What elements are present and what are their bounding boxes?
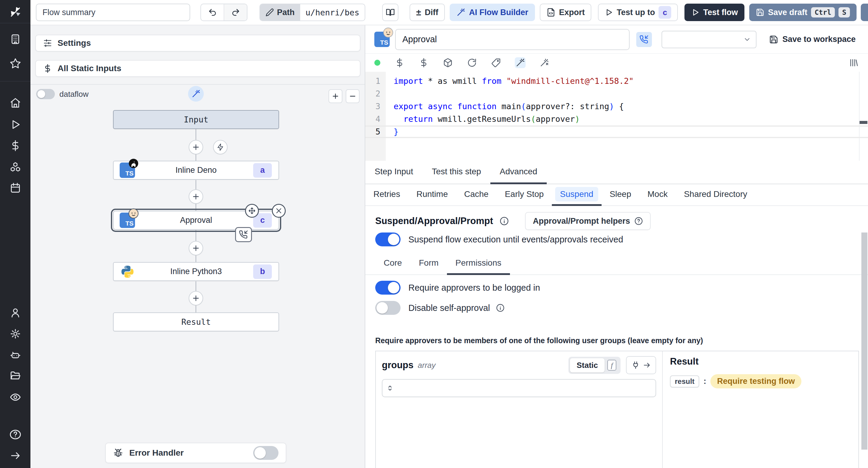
tab-step-input[interactable]: Step Input bbox=[365, 161, 423, 184]
code-line[interactable]: 5} bbox=[365, 125, 868, 138]
insert-step-button[interactable] bbox=[189, 241, 203, 255]
tab-cache[interactable]: Cache bbox=[456, 184, 497, 206]
code-line[interactable]: 4 return wmill.getResumeUrls(approver) bbox=[365, 113, 868, 125]
step-node-inline-deno[interactable]: TS Inline Deno a bbox=[113, 161, 279, 180]
flow-result-node[interactable]: Result bbox=[113, 313, 279, 331]
approval-prompt-helpers-button[interactable]: Approval/Prompt helpers bbox=[525, 212, 651, 230]
save-draft-button[interactable]: Save draft Ctrl S bbox=[749, 4, 857, 21]
expression-mode-button[interactable]: f bbox=[604, 360, 619, 371]
flow-summary-input[interactable] bbox=[36, 4, 190, 21]
docs-button[interactable] bbox=[382, 4, 398, 21]
collapse-arrow-icon[interactable] bbox=[8, 449, 22, 463]
tab-mock[interactable]: Mock bbox=[639, 184, 676, 206]
path-value[interactable]: u/henri/bes bbox=[300, 4, 365, 21]
save-to-workspace-button[interactable]: Save to workspace bbox=[769, 35, 856, 44]
subtab-permissions[interactable]: Permissions bbox=[447, 253, 510, 275]
flow-settings-row[interactable]: Settings bbox=[35, 35, 361, 52]
workers-icon[interactable] bbox=[8, 348, 22, 362]
variables-icon[interactable] bbox=[394, 57, 405, 68]
flow-input-node[interactable]: Input bbox=[113, 110, 279, 129]
tab-advanced[interactable]: Advanced bbox=[490, 161, 547, 184]
resources-icon[interactable] bbox=[8, 160, 22, 174]
runs-icon[interactable] bbox=[8, 118, 22, 131]
dataflow-toggle[interactable] bbox=[36, 89, 55, 99]
code-lines[interactable]: 1import * as wmill from "windmill-client… bbox=[365, 75, 868, 138]
info-icon[interactable] bbox=[496, 304, 504, 312]
insert-step-button[interactable] bbox=[189, 291, 203, 305]
suspend-flow-toggle[interactable] bbox=[375, 233, 401, 246]
schedules-icon[interactable] bbox=[8, 181, 22, 195]
insert-trigger-button[interactable] bbox=[213, 140, 227, 154]
groups-array-input[interactable] bbox=[382, 379, 656, 397]
tag-icon[interactable] bbox=[491, 57, 501, 68]
undo-button[interactable] bbox=[201, 4, 224, 21]
error-handler-toggle[interactable] bbox=[253, 446, 278, 460]
all-static-inputs-row[interactable]: All Static Inputs bbox=[35, 60, 361, 77]
ai-assist-button[interactable] bbox=[188, 86, 204, 101]
favorites-star-icon[interactable] bbox=[8, 56, 22, 70]
step-node-inline-python[interactable]: Inline Python3 b bbox=[113, 262, 279, 281]
suspend-approval-button[interactable] bbox=[636, 32, 652, 47]
disable-self-approval-label: Disable self-approval bbox=[408, 303, 490, 313]
logs-eye-icon[interactable] bbox=[8, 390, 22, 404]
panel-scrollbar[interactable] bbox=[861, 233, 867, 449]
home-icon[interactable] bbox=[8, 96, 22, 110]
tab-sleep[interactable]: Sleep bbox=[601, 184, 640, 206]
workspace-icon[interactable] bbox=[8, 32, 22, 46]
move-step-button[interactable] bbox=[245, 204, 259, 218]
ai-fix-icon[interactable] bbox=[539, 57, 550, 68]
zoom-in-button[interactable] bbox=[329, 89, 342, 103]
help-icon[interactable] bbox=[8, 428, 22, 441]
deploy-button-partial[interactable] bbox=[861, 4, 868, 21]
variables-icon[interactable] bbox=[8, 139, 22, 153]
code-line[interactable]: 1import * as wmill from "windmill-client… bbox=[365, 75, 868, 87]
zoom-out-button[interactable] bbox=[346, 89, 360, 103]
disable-self-approval-toggle[interactable] bbox=[375, 301, 401, 315]
subtab-form[interactable]: Form bbox=[410, 253, 447, 275]
script-version-select[interactable] bbox=[661, 31, 756, 48]
reload-icon[interactable] bbox=[467, 57, 477, 68]
ai-flow-builder-button[interactable]: AI Flow Builder bbox=[450, 4, 535, 21]
suspend-approval-indicator[interactable] bbox=[235, 227, 252, 242]
code-line[interactable]: 3export async function main(approver?: s… bbox=[365, 100, 868, 113]
kbd-ctrl: Ctrl bbox=[811, 7, 835, 18]
folders-icon[interactable] bbox=[8, 369, 22, 383]
plug-icon bbox=[631, 361, 640, 370]
require-login-toggle[interactable] bbox=[375, 281, 401, 295]
resources-dollar-icon[interactable] bbox=[418, 57, 429, 68]
minus-icon bbox=[349, 92, 356, 100]
arg-type: array bbox=[418, 361, 435, 370]
library-icon[interactable] bbox=[848, 57, 859, 68]
test-up-to-button[interactable]: Test up to c bbox=[598, 4, 678, 21]
settings-gear-icon[interactable] bbox=[8, 327, 22, 341]
export-button[interactable]: Export bbox=[540, 4, 592, 21]
step-name-input[interactable] bbox=[395, 29, 629, 50]
info-icon[interactable] bbox=[500, 216, 509, 226]
subtab-core[interactable]: Core bbox=[375, 253, 410, 275]
static-mode-button[interactable]: Static bbox=[570, 358, 604, 372]
tab-suspend[interactable]: Suspend bbox=[552, 184, 601, 206]
insert-step-button[interactable] bbox=[189, 189, 203, 204]
code-editor[interactable]: 1import * as wmill from "windmill-client… bbox=[365, 72, 868, 161]
error-handler-row[interactable]: Error Handler bbox=[105, 443, 286, 463]
package-icon[interactable] bbox=[442, 57, 453, 68]
connect-input-button[interactable] bbox=[626, 356, 656, 374]
insert-step-button[interactable] bbox=[189, 140, 203, 154]
redo-button[interactable] bbox=[224, 4, 247, 21]
tab-runtime[interactable]: Runtime bbox=[408, 184, 456, 206]
delete-step-button[interactable] bbox=[272, 204, 286, 218]
groups-editor: groups array Static f bbox=[375, 351, 859, 468]
test-flow-button[interactable]: Test flow bbox=[684, 4, 744, 21]
tab-retries[interactable]: Retries bbox=[365, 184, 408, 206]
tab-test-this-step[interactable]: Test this step bbox=[423, 161, 490, 184]
edit-path-button[interactable]: Path bbox=[260, 4, 300, 21]
users-icon[interactable] bbox=[8, 306, 22, 320]
code-line[interactable]: 2 bbox=[365, 87, 868, 100]
windmill-logo-icon[interactable] bbox=[8, 4, 22, 20]
tab-early-stop[interactable]: Early Stop bbox=[497, 184, 552, 206]
result-key-chip[interactable]: result bbox=[670, 375, 699, 387]
ai-gen-active-icon[interactable] bbox=[515, 57, 526, 68]
diff-button[interactable]: ±Diff bbox=[410, 4, 445, 21]
tab-shared-directory[interactable]: Shared Directory bbox=[676, 184, 755, 206]
typescript-icon: TS bbox=[374, 32, 390, 47]
